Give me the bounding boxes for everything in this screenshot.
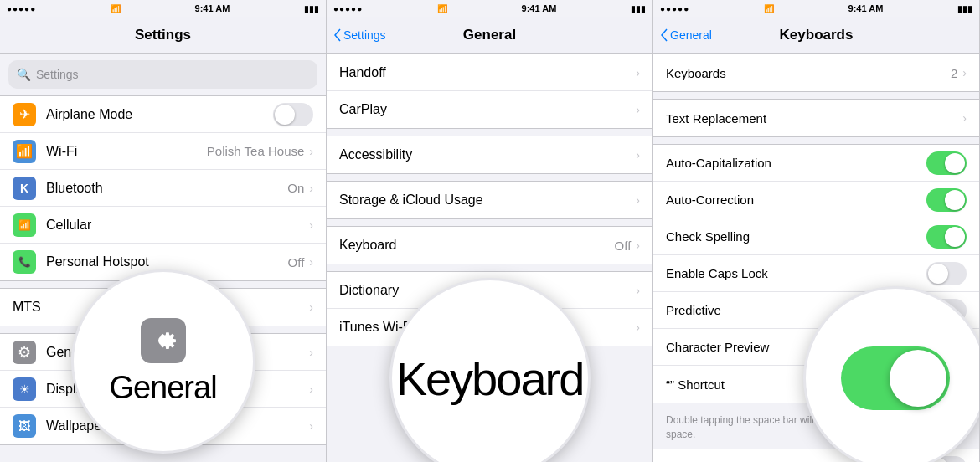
- chevron-icon: ›: [309, 382, 313, 396]
- caps-lock-toggle[interactable]: [926, 262, 967, 285]
- chevron-icon: ›: [636, 103, 640, 116]
- back-button-3[interactable]: General: [660, 28, 712, 42]
- status-bar-1: ●●●●● 📶 9:41 AM ▮▮▮: [0, 0, 326, 17]
- time-2: 9:41 AM: [522, 3, 557, 13]
- wifi-icon-2: 📶: [437, 4, 447, 13]
- chevron-icon: ›: [636, 321, 640, 334]
- hotspot-label: Personal Hotspot: [46, 254, 288, 270]
- section-storage: Storage & iCloud Usage ›: [327, 181, 652, 219]
- airplane-icon: ✈: [13, 103, 36, 126]
- auto-cap-toggle[interactable]: [926, 151, 967, 175]
- chevron-icon: ›: [309, 218, 313, 232]
- cellular-label: Cellular: [46, 218, 309, 233]
- auto-correction-toggle[interactable]: [926, 188, 967, 212]
- battery-icon-1: ▮▮▮: [304, 4, 319, 13]
- row-cellular[interactable]: 📶 Cellular ›: [0, 207, 326, 244]
- keyboard-label: Keyboard: [339, 238, 615, 253]
- keyboards-count-value: 2: [951, 66, 957, 80]
- airplane-toggle[interactable]: [273, 103, 313, 126]
- bluetooth-icon: K: [13, 177, 36, 200]
- hotspot-icon: 📞: [13, 250, 36, 274]
- auto-correction-label: Auto-Correction: [666, 192, 920, 207]
- battery-2: ▮▮▮: [631, 4, 646, 13]
- nav-title-1: Settings: [135, 27, 191, 44]
- keyboards-count-label: Keyboards: [666, 66, 951, 80]
- airplane-label: Airplane Mode: [46, 107, 273, 122]
- chevron-icon: ›: [309, 419, 313, 433]
- wifi-icon-3: 📶: [764, 4, 774, 13]
- back-button-2[interactable]: Settings: [333, 28, 386, 42]
- row-bluetooth[interactable]: K Bluetooth On ›: [0, 170, 326, 207]
- section-keyboards-count: Keyboards 2 ›: [653, 54, 979, 92]
- nav-bar-2: Settings General: [327, 17, 652, 54]
- section-text-replacement: Text Replacement ›: [653, 99, 979, 137]
- mag1-gear-icon: [141, 318, 186, 363]
- row-carplay[interactable]: CarPlay ›: [327, 91, 652, 128]
- row-keyboard[interactable]: Keyboard Off ›: [327, 227, 652, 264]
- panel-general: ●●●●● 📶 9:41 AM ▮▮▮ Settings General Han…: [327, 0, 653, 462]
- mag2-text: Keyboard: [396, 352, 584, 406]
- magnifier-content-1: General: [74, 272, 253, 451]
- row-check-spelling[interactable]: Check Spelling: [653, 218, 979, 255]
- signal-dots-1: ●●●●●: [7, 4, 36, 13]
- mag1-label: General: [109, 370, 216, 406]
- back-label-2: Settings: [343, 28, 386, 42]
- wallpaper-icon: 🖼: [13, 414, 36, 438]
- search-icon: 🔍: [17, 68, 31, 81]
- wifi-value: Polish Tea House: [207, 144, 304, 158]
- search-bar[interactable]: 🔍 Settings: [8, 60, 317, 89]
- storage-label: Storage & iCloud Usage: [339, 192, 636, 208]
- magnifier-content-2: Keyboard: [392, 280, 588, 462]
- row-auto-cap[interactable]: Auto-Capitalization: [653, 145, 979, 182]
- cellular-icon: 📶: [13, 213, 36, 237]
- chevron-icon: ›: [962, 66, 967, 80]
- chevron-icon: ›: [636, 66, 640, 80]
- text-replacement-label: Text Replacement: [666, 111, 962, 126]
- row-caps-lock[interactable]: Enable Caps Lock: [653, 255, 979, 292]
- check-spelling-toggle[interactable]: [926, 225, 967, 249]
- chevron-icon: ›: [309, 346, 313, 359]
- chevron-icon: ›: [636, 148, 640, 162]
- chevron-icon: ›: [636, 239, 640, 252]
- wifi-icon: 📶: [13, 140, 36, 163]
- chevron-icon: ›: [309, 255, 313, 269]
- row-text-replacement[interactable]: Text Replacement ›: [653, 100, 979, 136]
- display-icon: ☀: [13, 377, 36, 401]
- row-auto-correction[interactable]: Auto-Correction: [653, 182, 979, 218]
- row-handoff[interactable]: Handoff ›: [327, 54, 652, 91]
- battery-1: ▮▮▮: [304, 4, 319, 13]
- magnifier-1: General: [71, 270, 255, 454]
- toggle-large: [841, 346, 950, 410]
- back-label-3: General: [670, 28, 712, 42]
- magnifier-content-3: [806, 289, 980, 462]
- signal-dots-2: ●●●●●: [333, 4, 363, 13]
- chevron-icon: ›: [636, 193, 640, 207]
- panel-settings: ●●●●● 📶 9:41 AM ▮▮▮ Settings 🔍 Settings …: [0, 0, 327, 462]
- settings-section-connectivity: ✈ Airplane Mode 📶 Wi-Fi Polish Tea House…: [0, 95, 326, 281]
- chevron-icon: ›: [309, 300, 313, 314]
- carplay-label: CarPlay: [339, 102, 636, 117]
- nav-bar-3: General Keyboards: [653, 17, 979, 54]
- panel-keyboards: ●●●●● 📶 9:41 AM ▮▮▮ General Keyboards Ke…: [653, 0, 980, 462]
- section-accessibility: Accessibility ›: [327, 136, 652, 174]
- time-3: 9:41 AM: [848, 3, 884, 13]
- keyboard-value: Off: [615, 239, 632, 253]
- bluetooth-value: On: [287, 181, 304, 195]
- section-handoff: Handoff › CarPlay ›: [327, 54, 652, 129]
- row-storage[interactable]: Storage & iCloud Usage ›: [327, 182, 652, 218]
- row-airplane-mode[interactable]: ✈ Airplane Mode: [0, 96, 326, 133]
- magnifier-3: [803, 286, 980, 462]
- row-wifi[interactable]: 📶 Wi-Fi Polish Tea House ›: [0, 133, 326, 170]
- gear-icon: ⚙: [13, 341, 36, 364]
- chevron-icon: ›: [309, 182, 313, 195]
- chevron-icon: ›: [636, 284, 640, 297]
- row-accessibility[interactable]: Accessibility ›: [327, 136, 652, 173]
- status-bar-3: ●●●●● 📶 9:41 AM ▮▮▮: [653, 0, 979, 17]
- check-spelling-label: Check Spelling: [666, 229, 920, 244]
- handoff-label: Handoff: [339, 65, 636, 80]
- time-1: 9:41 AM: [195, 3, 230, 13]
- nav-bar-1: Settings: [0, 17, 326, 54]
- accessibility-label: Accessibility: [339, 147, 636, 162]
- chevron-icon: ›: [962, 111, 967, 125]
- row-keyboards-count[interactable]: Keyboards 2 ›: [653, 54, 979, 91]
